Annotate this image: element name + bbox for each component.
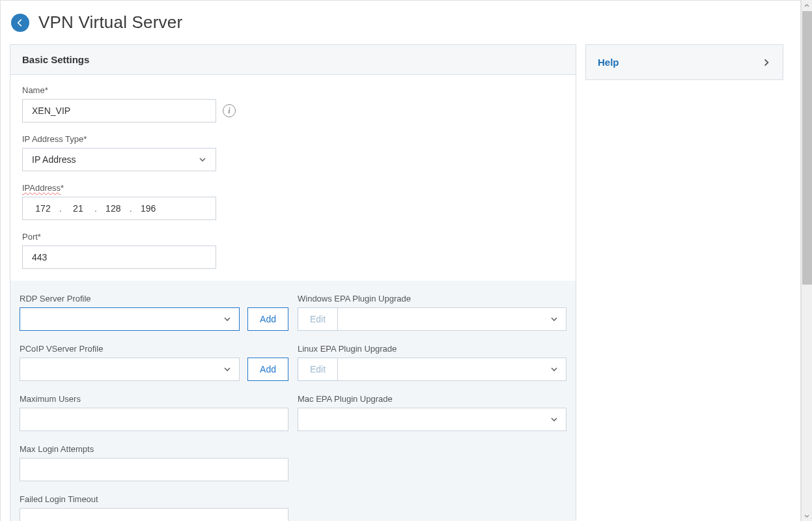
ip-address-type-select[interactable]: IP Address <box>22 148 216 171</box>
pcoip-profile-select[interactable] <box>20 358 240 381</box>
pcoip-profile-add-button[interactable]: Add <box>247 358 288 381</box>
win-epa-select[interactable] <box>337 307 567 331</box>
back-button[interactable] <box>11 14 29 32</box>
max-users-label: Maximum Users <box>20 394 288 404</box>
chevron-right-icon <box>762 58 771 67</box>
linux-epa-label: Linux EPA Plugin Upgrade <box>298 344 567 354</box>
page-header: VPN Virtual Server <box>1 1 800 44</box>
linux-epa-edit-button[interactable]: Edit <box>298 358 337 381</box>
mac-epa-label: Mac EPA Plugin Upgrade <box>298 394 567 404</box>
linux-epa-select[interactable] <box>337 358 567 381</box>
vertical-scrollbar[interactable] <box>801 0 812 521</box>
ip-octet-1[interactable] <box>28 203 58 214</box>
ip-address-input[interactable]: . . . <box>22 197 216 220</box>
win-epa-edit-button[interactable]: Edit <box>298 307 337 331</box>
panel-header: Basic Settings <box>10 45 576 75</box>
ip-octet-3[interactable] <box>98 203 128 214</box>
chevron-down-icon <box>199 156 206 163</box>
basic-settings-panel: Basic Settings Name* i IP Address Type* … <box>10 44 576 521</box>
ip-octet-2[interactable] <box>63 203 93 214</box>
mac-epa-select[interactable] <box>298 408 567 431</box>
win-epa-label: Windows EPA Plugin Upgrade <box>298 294 567 303</box>
scrollbar-up-button[interactable] <box>802 0 812 11</box>
chevron-up-icon <box>804 3 809 8</box>
chevron-down-icon <box>550 415 558 423</box>
name-label: Name* <box>22 85 564 95</box>
ip-octet-4[interactable] <box>133 203 163 214</box>
port-input[interactable] <box>22 246 216 269</box>
arrow-left-icon <box>15 18 25 28</box>
ip-address-label: IPAddress* <box>22 183 564 193</box>
page-title: VPN Virtual Server <box>38 12 182 33</box>
scrollbar-thumb[interactable] <box>802 11 812 285</box>
max-login-attempts-label: Max Login Attempts <box>20 444 288 454</box>
ip-address-type-label: IP Address Type* <box>22 134 564 144</box>
scrollbar-down-button[interactable] <box>802 510 812 521</box>
content-area: VPN Virtual Server Basic Settings Name* … <box>0 0 801 521</box>
max-users-input[interactable] <box>20 408 288 431</box>
rdp-profile-add-button[interactable]: Add <box>247 307 288 331</box>
chevron-down-icon <box>550 315 558 323</box>
chevron-down-icon <box>223 315 231 323</box>
rdp-profile-select[interactable] <box>20 307 240 331</box>
advanced-sub-panel: RDP Server Profile Add PCoIP VServer Pro… <box>10 281 576 521</box>
ip-address-type-value: IP Address <box>32 154 76 165</box>
help-title: Help <box>598 57 619 68</box>
help-panel[interactable]: Help <box>585 44 783 80</box>
failed-login-timeout-label: Failed Login Timeout <box>20 494 288 504</box>
name-input[interactable] <box>22 99 216 122</box>
failed-login-timeout-input[interactable] <box>20 508 288 521</box>
chevron-down-icon <box>223 365 231 373</box>
port-label: Port* <box>22 232 564 242</box>
pcoip-profile-label: PCoIP VServer Profile <box>20 344 288 354</box>
chevron-down-icon <box>804 513 809 518</box>
max-login-attempts-input[interactable] <box>20 458 288 481</box>
info-icon[interactable]: i <box>223 104 236 117</box>
chevron-down-icon <box>550 365 558 373</box>
rdp-profile-label: RDP Server Profile <box>20 294 288 303</box>
